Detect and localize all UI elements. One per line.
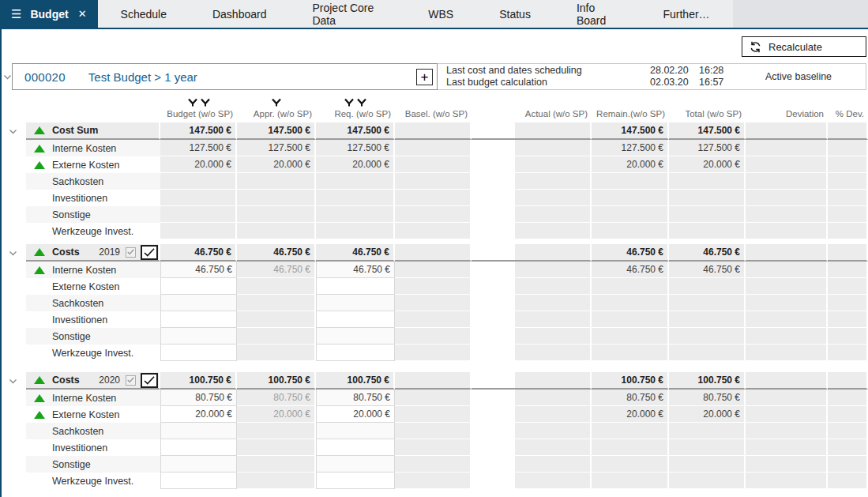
cell-appr: 46.750 € — [237, 244, 316, 262]
cell-budget[interactable] — [160, 295, 237, 311]
cell-budget[interactable] — [160, 278, 237, 295]
cell-req[interactable] — [316, 345, 395, 361]
table-row: Investitionen — [0, 190, 868, 206]
cell-actual — [515, 311, 592, 328]
cell-req[interactable] — [316, 456, 395, 473]
cell-total — [669, 456, 746, 473]
column-filter-icon[interactable] — [272, 98, 281, 108]
cell-basel — [395, 456, 472, 473]
cell-deviation — [746, 390, 828, 406]
cell-req[interactable]: 20.000 € — [316, 406, 395, 423]
recalculate-button[interactable]: Recalculate — [742, 36, 866, 57]
cell-budget[interactable] — [160, 456, 237, 473]
cell-budget — [160, 223, 237, 239]
cell-req[interactable] — [316, 328, 395, 345]
cell-appr: 100.750 € — [237, 372, 316, 390]
expand-chevron-icon[interactable] — [0, 122, 26, 140]
cell-pdev — [828, 345, 868, 361]
chevron-spacer-cell — [0, 423, 26, 439]
cell-budget[interactable]: 80.750 € — [160, 390, 237, 406]
cell-budget: 147.500 € — [160, 122, 237, 140]
group-name: Costs — [52, 247, 80, 258]
cell-pdev — [828, 156, 868, 173]
trend-up-icon — [34, 248, 45, 256]
cell-req[interactable] — [316, 278, 395, 295]
tab-bar-filler — [733, 0, 868, 28]
chevron-spacer-cell — [0, 345, 26, 361]
cell-appr: 20.000 € — [237, 406, 316, 423]
cell-remain — [592, 456, 669, 473]
row-label: Sachkosten — [52, 298, 103, 309]
tab-wbs[interactable]: WBS — [405, 0, 476, 28]
column-filter-icon[interactable] — [188, 98, 197, 108]
table-row: Sachkosten — [0, 173, 868, 190]
expand-chevron-icon[interactable] — [0, 372, 26, 390]
column-gap — [472, 278, 515, 295]
cell-budget[interactable] — [160, 311, 237, 328]
tab-info-board[interactable]: Info Board — [554, 0, 641, 28]
cell-appr — [237, 328, 316, 345]
column-header-label: Total (w/o SP) — [685, 109, 742, 119]
include-checkbox[interactable] — [141, 245, 158, 260]
cell-req[interactable] — [316, 311, 395, 328]
row-label-cell: Interne Kosten — [26, 262, 160, 278]
cell-actual — [515, 223, 592, 239]
cell-req[interactable] — [316, 295, 395, 311]
tab-schedule[interactable]: Schedule — [98, 0, 190, 28]
include-checkbox[interactable] — [141, 373, 158, 388]
cell-deviation — [746, 262, 828, 278]
cell-budget: 127.500 € — [160, 140, 237, 156]
cell-req[interactable] — [316, 473, 395, 489]
cell-req[interactable] — [316, 423, 395, 439]
project-collapse-chevron-icon[interactable] — [2, 63, 12, 90]
cell-budget[interactable] — [160, 473, 237, 489]
cell-budget[interactable] — [160, 328, 237, 345]
hamburger-menu-icon[interactable]: ☰ — [11, 7, 21, 21]
column-gap — [472, 390, 515, 406]
chevron-spacer-cell — [0, 140, 26, 156]
expand-chevron-icon[interactable] — [0, 244, 26, 262]
add-button[interactable]: + — [416, 69, 433, 85]
tab-budget-active[interactable]: ☰ Budget ✕ — [0, 0, 98, 28]
row-label-cell: Externe Kosten — [26, 278, 160, 295]
tab-dashboard[interactable]: Dashboard — [190, 0, 290, 28]
cell-basel — [395, 345, 472, 361]
cell-deviation — [746, 439, 828, 456]
cell-basel — [395, 328, 472, 345]
tab-status[interactable]: Status — [476, 0, 554, 28]
column-filter-icon[interactable] — [201, 98, 210, 108]
close-tab-icon[interactable]: ✕ — [78, 8, 87, 20]
cell-pdev — [828, 311, 868, 328]
table-row: Sonstige — [0, 206, 868, 223]
cell-req[interactable] — [316, 439, 395, 456]
cell-remain — [592, 190, 669, 206]
column-filter-icon[interactable] — [344, 98, 354, 108]
cell-total — [669, 473, 746, 489]
column-filter-icon[interactable] — [357, 98, 366, 108]
row-label: Investitionen — [52, 442, 107, 454]
cell-budget[interactable]: 46.750 € — [160, 262, 237, 278]
cell-budget[interactable]: 20.000 € — [160, 406, 237, 423]
cell-req[interactable]: 46.750 € — [316, 262, 395, 278]
cell-actual — [515, 190, 592, 206]
baseline-checkbox-disabled[interactable] — [126, 247, 136, 258]
cell-budget[interactable] — [160, 439, 237, 456]
trend-up-icon — [34, 126, 45, 134]
cell-basel — [395, 262, 472, 278]
cell-actual — [515, 140, 592, 156]
cell-req[interactable]: 80.750 € — [316, 390, 395, 406]
row-label: Sonstige — [52, 459, 91, 470]
cell-actual — [515, 278, 592, 295]
cell-budget[interactable] — [160, 423, 237, 439]
cell-appr — [237, 173, 316, 190]
tab-project-core-data[interactable]: Project Core Data — [289, 0, 405, 28]
cell-actual — [515, 156, 592, 173]
baseline-checkbox-disabled[interactable] — [126, 375, 136, 386]
tab-further-[interactable]: Further… — [640, 0, 732, 28]
row-label-cell: Investitionen — [26, 190, 160, 206]
trend-icon-slot — [26, 248, 52, 256]
cell-pdev — [828, 122, 868, 140]
table-row: Interne Kosten46.750 €46.750 €46.750 €46… — [0, 262, 868, 278]
cell-budget[interactable] — [160, 345, 237, 361]
active-tab-label: Budget — [30, 8, 68, 21]
